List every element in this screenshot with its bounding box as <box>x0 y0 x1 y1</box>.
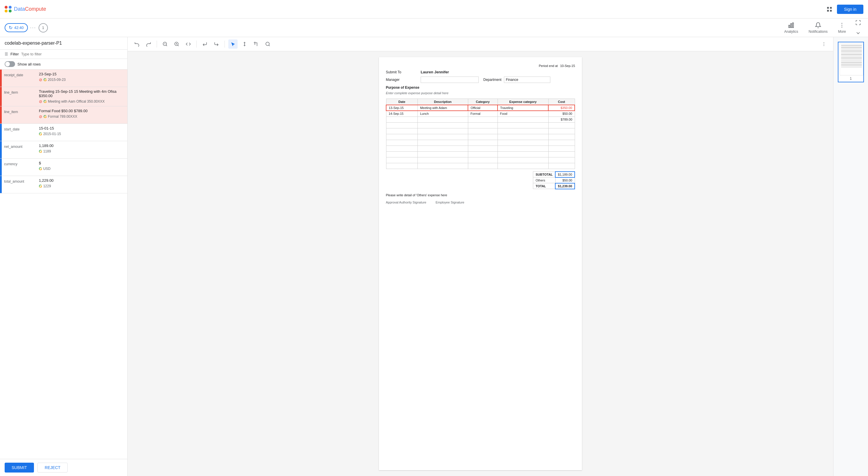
table-cell-empty <box>417 151 468 157</box>
table-cell-empty <box>548 140 575 145</box>
table-row-empty <box>386 140 575 145</box>
field-parsed-net-amount: G 1189 <box>39 149 125 154</box>
table-cell-empty <box>386 140 417 145</box>
history-back-button[interactable] <box>200 39 210 49</box>
reject-button[interactable]: REJECT <box>37 463 68 473</box>
table-cell-empty <box>386 122 417 128</box>
zoom-out-button[interactable] <box>160 39 170 49</box>
doc-content: Period end at 10-Sep-15 Submit To Lauren… <box>128 51 833 476</box>
thumbnail-number: 1 <box>840 76 862 80</box>
svg-point-23 <box>824 44 824 44</box>
error-icon-3: ⊘ <box>39 114 42 119</box>
submit-to-value: Lauren Jennifer <box>421 70 479 74</box>
submit-to-label: Submit To <box>386 70 421 74</box>
table-cell-empty <box>417 140 468 145</box>
cursor-button[interactable] <box>228 39 238 49</box>
thumb-line <box>841 54 862 55</box>
google-icon-4: G <box>39 132 42 136</box>
field-parsed-line-item-2: ⊘ G Formal 789.00XXX <box>39 114 125 119</box>
thumb-lines <box>840 44 863 69</box>
svg-point-9 <box>842 27 842 28</box>
thumb-line <box>841 49 862 50</box>
table-cell-empty <box>498 122 548 128</box>
doc-more-button[interactable] <box>819 39 829 49</box>
table-cell-empty <box>386 134 417 140</box>
show-all-toggle[interactable] <box>5 61 15 67</box>
field-values-receipt-date: 23-Sep-15 ⊘ G 2015-09-23 <box>36 70 127 87</box>
col-date: Date <box>386 99 417 105</box>
google-icon-5: G <box>39 149 42 154</box>
redo-button[interactable] <box>144 39 153 49</box>
undo-button[interactable] <box>132 39 142 49</box>
error-icon: ⊘ <box>39 77 42 82</box>
field-name-receipt-date: receipt_date <box>2 70 36 87</box>
submit-button[interactable]: SUBMIT <box>5 463 34 473</box>
svg-point-20 <box>266 42 269 45</box>
filter-input[interactable] <box>21 52 123 56</box>
thumb-line <box>841 61 862 62</box>
col-description: Description <box>417 99 468 105</box>
table-row-empty <box>386 157 575 163</box>
zoom-in-button[interactable] <box>172 39 181 49</box>
left-header: codelab-expense-parser-P1 <box>0 37 127 49</box>
timer-area: ↻ 42:40 ··· 1 <box>5 23 48 32</box>
code-button[interactable] <box>184 39 193 49</box>
collapse-button[interactable] <box>853 28 863 38</box>
search-doc-button[interactable] <box>263 39 272 49</box>
expense-table: Date Description Category Expense catego… <box>386 99 575 169</box>
toolbar-separator-1 <box>157 41 157 47</box>
thumb-line <box>841 62 862 63</box>
table-cell-empty <box>498 134 548 140</box>
timer-badge: ↻ 42:40 <box>5 23 28 32</box>
table-cell-empty <box>417 157 468 163</box>
table-cell <box>386 116 417 122</box>
expand-button[interactable] <box>853 18 863 28</box>
text-cursor-button[interactable] <box>240 39 249 49</box>
table-cell-empty <box>468 145 498 151</box>
timer-value: 42:40 <box>14 26 24 30</box>
table-row-empty <box>386 134 575 140</box>
nav-icons: Analytics Notifications More <box>779 20 850 36</box>
google-icon-2: G <box>43 99 47 104</box>
timer-dots: ··· <box>30 25 36 31</box>
history-forward-button[interactable] <box>212 39 221 49</box>
field-row-net-amount: net_amount 1,189.00 G 1189 <box>0 141 127 159</box>
table-cell <box>417 116 468 122</box>
main-layout: codelab-expense-parser-P1 ☰ Filter Show … <box>0 37 868 476</box>
analytics-nav-item[interactable]: Analytics <box>779 20 803 36</box>
subtotal-label: SUBTOTAL <box>533 172 555 177</box>
grid-icon[interactable] <box>824 4 835 14</box>
thumb-line <box>841 45 862 45</box>
field-values-currency: $ G USD <box>36 159 127 176</box>
purpose-label: Purpose of Expense <box>386 86 419 90</box>
table-cell-empty <box>548 157 575 163</box>
table-cell: Lunch <box>417 111 468 116</box>
col-cost: Cost <box>548 99 575 105</box>
notifications-nav-item[interactable]: Notifications <box>804 20 832 36</box>
field-row-receipt-date: receipt_date 23-Sep-15 ⊘ G 2015-09-23 <box>0 70 127 87</box>
field-values-line-item-2: Formal Food $50.00 $789.00 ⊘ G Formal 78… <box>36 106 127 124</box>
period-row: Period end at 10-Sep-15 <box>386 64 575 68</box>
sign-in-button[interactable]: Sign in <box>837 5 863 14</box>
second-nav: ↻ 42:40 ··· 1 Analytics Notifications Mo… <box>0 19 868 37</box>
step-value: 1 <box>42 26 44 30</box>
table-cell: $50.00 <box>548 111 575 116</box>
svg-line-21 <box>269 45 270 46</box>
table-row-empty <box>386 122 575 128</box>
table-cell-empty <box>498 157 548 163</box>
toolbar-separator-2 <box>196 41 197 47</box>
field-raw-currency: $ <box>39 161 125 165</box>
table-cell-empty <box>468 128 498 134</box>
period-value: 10-Sep-15 <box>560 64 575 68</box>
thumbnail[interactable]: 1 <box>838 42 864 82</box>
crop-button[interactable] <box>251 39 261 49</box>
table-cell-empty <box>468 163 498 169</box>
field-raw-line-item-2: Formal Food $50.00 $789.00 <box>39 109 125 113</box>
thumb-line <box>841 64 862 64</box>
logo: DataCompute <box>5 6 46 13</box>
more-nav-item[interactable]: More <box>834 20 850 36</box>
error-icon-2: ⊘ <box>39 99 42 104</box>
table-row-empty <box>386 151 575 157</box>
thumb-line <box>841 59 862 60</box>
table-cell-empty <box>386 157 417 163</box>
